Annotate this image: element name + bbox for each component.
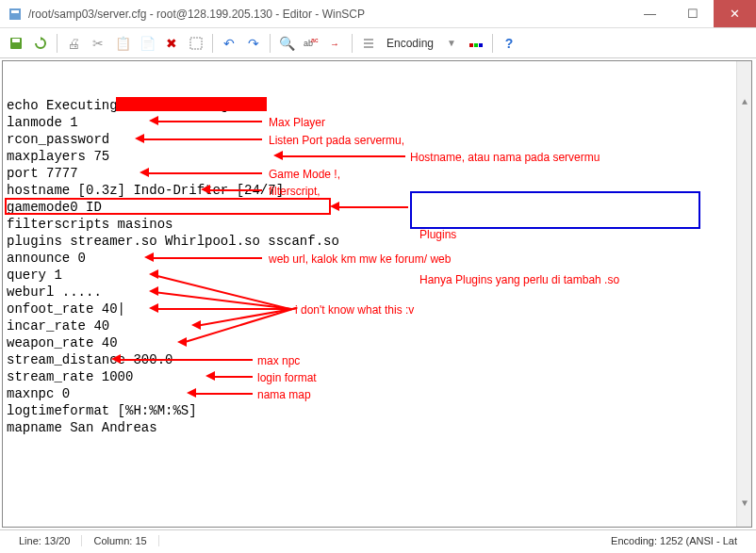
svg-rect-0 <box>9 8 21 20</box>
reload-icon[interactable] <box>30 33 51 54</box>
status-line: Line: 13/20 <box>8 535 82 546</box>
app-icon <box>8 7 23 22</box>
separator <box>492 34 493 53</box>
svg-text:→: → <box>330 39 339 49</box>
delete-icon[interactable]: ✖ <box>161 33 182 54</box>
status-bar: Line: 13/20 Column: 15 Encoding: 1252 (A… <box>0 529 756 550</box>
editor-line[interactable]: weapon_rate 40 <box>7 334 748 351</box>
help-icon[interactable]: ? <box>499 33 519 54</box>
color-icon[interactable] <box>466 33 486 54</box>
editor-line[interactable]: mapname San Andreas <box>7 419 748 436</box>
separator <box>270 34 271 53</box>
svg-rect-1 <box>11 10 19 13</box>
svg-rect-14 <box>479 43 483 47</box>
editor-line[interactable]: maxnpc 0 <box>7 385 748 402</box>
toolbar: 🖨 ✂ 📋 📄 ✖ ↶ ↷ 🔍 abac → Encoding ▼ ? <box>0 28 756 58</box>
format-icon[interactable] <box>358 33 379 54</box>
svg-rect-13 <box>474 43 478 47</box>
replace-icon[interactable]: abac <box>301 33 321 54</box>
cut-icon[interactable]: ✂ <box>88 33 108 54</box>
editor-line[interactable]: echo Executing Server Config... <box>7 97 748 114</box>
scroll-up-icon[interactable]: ▲ <box>737 95 752 110</box>
editor-line[interactable]: query 1 <box>7 267 748 284</box>
close-button[interactable]: ✕ <box>714 0 756 27</box>
svg-rect-5 <box>190 38 202 49</box>
paste-icon[interactable]: 📄 <box>137 33 157 54</box>
editor-line[interactable]: maxplayers 75 <box>7 148 748 165</box>
editor-line[interactable]: rcon_password <box>7 131 748 148</box>
svg-rect-12 <box>469 43 473 47</box>
copy-icon[interactable]: 📋 <box>112 33 133 54</box>
editor-line[interactable]: filterscripts masinos <box>7 216 748 233</box>
status-column: Column: 15 <box>82 535 158 546</box>
find-icon[interactable]: 🔍 <box>276 33 297 54</box>
print-icon[interactable]: 🖨 <box>63 33 84 54</box>
editor-panel[interactable]: echo Executing Server Config...lanmode 1… <box>2 60 752 528</box>
editor-line[interactable]: stream_rate 1000 <box>7 368 748 385</box>
minimize-button[interactable]: — <box>629 0 671 27</box>
editor-line[interactable]: hostname [0.3z] Indo-Drifter [24/7] <box>7 182 748 199</box>
editor-line[interactable]: plugins streamer.so Whirlpool.so sscanf.… <box>7 233 748 250</box>
undo-icon[interactable]: ↶ <box>219 33 239 54</box>
save-icon[interactable] <box>6 33 26 54</box>
editor-line[interactable]: gamemode0 ID <box>7 199 748 216</box>
svg-text:ac: ac <box>311 37 319 43</box>
separator <box>212 34 213 53</box>
redo-icon[interactable]: ↷ <box>243 33 264 54</box>
svg-rect-3 <box>12 39 20 42</box>
editor-line[interactable]: incar_rate 40 <box>7 317 748 334</box>
maximize-button[interactable]: ☐ <box>671 0 714 27</box>
editor-line[interactable]: stream_distance 300.0 <box>7 351 748 368</box>
editor-line[interactable]: onfoot_rate 40| <box>7 301 748 317</box>
encoding-label: Encoding <box>386 37 434 50</box>
separator <box>57 34 58 53</box>
title-bar: /root/samp03/server.cfg - root@128.199.2… <box>0 0 756 28</box>
scroll-down-icon[interactable]: ▼ <box>737 496 752 512</box>
status-encoding: Encoding: 1252 (ANSI - Lat <box>600 535 748 546</box>
goto-icon[interactable]: → <box>325 33 346 54</box>
editor-line[interactable]: logtimeformat [%H:%M:%S] <box>7 402 748 419</box>
editor-line[interactable]: weburl ..... <box>7 284 748 301</box>
window-title: /root/samp03/server.cfg - root@128.199.2… <box>28 8 629 21</box>
vertical-scrollbar[interactable]: ▲ ▼ <box>736 61 751 527</box>
select-all-icon[interactable] <box>186 33 206 54</box>
editor-line[interactable]: announce 0 <box>7 250 748 267</box>
window-controls: — ☐ ✕ <box>629 0 756 27</box>
editor-line[interactable]: port 7777 <box>7 165 748 182</box>
encoding-dropdown-icon[interactable]: ▼ <box>441 33 462 54</box>
separator <box>352 34 353 53</box>
editor-line[interactable]: lanmode 1 <box>7 114 748 131</box>
